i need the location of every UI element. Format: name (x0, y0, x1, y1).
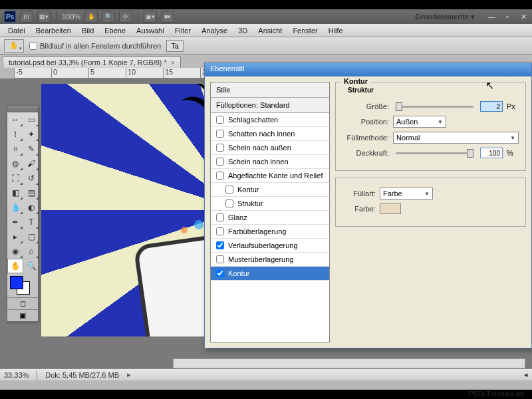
style-checkbox[interactable] (216, 158, 224, 166)
maximize-button[interactable]: ▫ (503, 12, 512, 21)
view-mode-button[interactable]: ▦▾ (37, 11, 51, 23)
toolbox-grip[interactable] (7, 106, 38, 112)
style-checkbox[interactable] (225, 200, 233, 207)
current-tool-dropdown[interactable]: ✋ (4, 39, 24, 53)
status-zoom[interactable]: 33,33% (4, 371, 29, 379)
dialog-title[interactable]: Ebenenstil (205, 63, 531, 76)
opacity-slider[interactable] (396, 152, 473, 154)
menu-auswahl[interactable]: Auswahl (131, 25, 170, 36)
style-item[interactable]: Struktur (211, 197, 329, 211)
scroll-all-windows-checkbox[interactable]: Bildlauf in allen Fenstern durchführen (29, 42, 161, 50)
style-item[interactable]: Kontur (211, 267, 329, 281)
style-item[interactable]: Musterüberlagerung (211, 253, 329, 267)
size-input[interactable] (480, 101, 503, 112)
hand-tool-button[interactable]: ✋ (84, 11, 98, 23)
style-item[interactable]: Schlagschatten (211, 113, 329, 127)
workspace-dropdown[interactable]: Grundelemente ▾ (410, 13, 480, 21)
dodge-tool[interactable]: ◐ (23, 200, 39, 215)
fill-options-item[interactable]: Fülloptionen: Standard (211, 98, 329, 113)
menu-3d[interactable]: 3D (233, 25, 253, 36)
menu-ansicht[interactable]: Ansicht (253, 25, 287, 36)
style-item[interactable]: Farbüberlagerung (211, 225, 329, 239)
size-slider[interactable] (396, 106, 473, 108)
menu-ebene[interactable]: Ebene (99, 25, 131, 36)
heal-tool[interactable]: ◍ (7, 156, 23, 171)
style-item[interactable]: Schein nach außen (211, 141, 329, 155)
menu-analyse[interactable]: Analyse (196, 25, 233, 36)
style-item[interactable]: Glanz (211, 211, 329, 225)
arrange-button[interactable]: ▣▾ (144, 11, 157, 23)
style-item[interactable]: Schatten nach innen (211, 127, 329, 141)
rotate-view-button[interactable]: ⟳ (119, 11, 132, 23)
zoom-tool[interactable]: 🔍 (23, 259, 39, 273)
style-checkbox[interactable] (216, 144, 224, 152)
history-brush-tool[interactable]: ↺ (23, 171, 39, 186)
close-tab-icon[interactable]: × (171, 59, 175, 66)
opacity-input[interactable] (480, 148, 503, 158)
document-tab-title: tutorial.psd bei 33,3% (Form 1 Kopie 7, … (9, 59, 167, 66)
filltype-select[interactable]: Farbe▼ (380, 188, 433, 200)
eraser-tool[interactable]: ◧ (7, 186, 23, 200)
style-checkbox[interactable] (225, 186, 233, 194)
crop-tool[interactable]: ⌗ (7, 142, 23, 156)
style-item[interactable]: Verlaufsüberlagerung (211, 239, 329, 253)
toolbox[interactable]: ↔ ▭ ⌇ ✦ ⌗ ✎ ◍ 🖌 ⛶ ↺ ◧ ▤ 💧 ◐ ✒ T ▸ ▢ ◉ ⌂ (7, 105, 39, 322)
style-checkbox[interactable] (216, 116, 224, 124)
menu-datei[interactable]: Datei (3, 25, 31, 36)
close-button[interactable]: ✕ (519, 12, 528, 21)
menu-bearbeiten[interactable]: Bearbeiten (31, 25, 76, 36)
style-item[interactable]: Abgeflachte Kante und Relief (211, 169, 329, 183)
type-tool[interactable]: T (23, 215, 39, 229)
status-scroll-left[interactable]: ◂ (524, 370, 528, 379)
wand-tool[interactable]: ✦ (23, 127, 39, 142)
screen-mode-button[interactable]: ■▾ (161, 11, 174, 23)
zoom-tool-button[interactable]: 🔍 (102, 11, 115, 23)
foreground-swatch[interactable] (10, 276, 23, 289)
style-checkbox[interactable] (216, 269, 224, 277)
3d-camera-tool[interactable]: ⌂ (23, 244, 39, 259)
menu-fenster[interactable]: Fenster (287, 25, 323, 36)
styles-header[interactable]: Stile (211, 82, 329, 98)
pen-tool[interactable]: ✒ (7, 215, 23, 229)
path-select-tool[interactable]: ▸ (7, 229, 23, 244)
style-checkbox[interactable] (216, 227, 224, 235)
minimize-button[interactable]: — (487, 12, 496, 21)
style-item[interactable]: Kontur (211, 183, 329, 197)
shape-tool[interactable]: ▢ (23, 229, 39, 244)
styles-list-panel: Stile Fülloptionen: Standard Schlagschat… (210, 82, 330, 342)
color-picker[interactable] (7, 273, 38, 297)
status-arrow-icon[interactable]: ▸ (127, 370, 131, 379)
style-item[interactable]: Schein nach innen (211, 155, 329, 169)
stroke-color-swatch[interactable] (380, 203, 401, 214)
status-doc-size[interactable]: Dok: 5,45 MB/27,6 MB (45, 371, 119, 379)
blend-mode-select[interactable]: Normal▼ (393, 132, 519, 144)
stamp-tool[interactable]: ⛶ (7, 171, 23, 186)
style-checkbox[interactable] (216, 172, 224, 180)
lasso-tool[interactable]: ⌇ (7, 127, 23, 142)
style-settings-panel: Kontur Struktur Größe: Px Position: Auße… (335, 82, 526, 342)
3d-tool[interactable]: ◉ (7, 244, 23, 259)
move-tool[interactable]: ↔ (7, 112, 23, 127)
style-checkbox[interactable] (216, 241, 224, 249)
hand-tool[interactable]: ✋ (7, 259, 23, 273)
layer-style-dialog[interactable]: Ebenenstil Stile Fülloptionen: Standard … (204, 63, 532, 348)
document-tab[interactable]: tutorial.psd bei 33,3% (Form 1 Kopie 7, … (3, 57, 181, 68)
bridge-button[interactable]: Br (20, 11, 33, 23)
blur-tool[interactable]: 💧 (7, 200, 23, 215)
horizontal-scrollbar[interactable] (173, 358, 525, 368)
menu-filter[interactable]: Filter (170, 25, 196, 36)
style-checkbox[interactable] (216, 130, 224, 138)
gradient-tool[interactable]: ▤ (23, 186, 39, 200)
titlebar-zoom[interactable]: 100% (62, 13, 80, 21)
brush-tool[interactable]: 🖌 (23, 156, 39, 171)
menu-bild[interactable]: Bild (76, 25, 99, 36)
style-checkbox[interactable] (216, 213, 224, 221)
position-select[interactable]: Außen▼ (393, 116, 446, 128)
marquee-tool[interactable]: ▭ (23, 112, 39, 127)
quickmask-button[interactable]: ◻ (7, 298, 38, 309)
menu-hilfe[interactable]: Hilfe (323, 25, 348, 36)
screenmode-button[interactable]: ▣ (7, 310, 38, 321)
style-checkbox[interactable] (216, 255, 224, 263)
eyedropper-tool[interactable]: ✎ (23, 142, 39, 156)
actual-pixels-button[interactable]: Ta (166, 40, 184, 52)
